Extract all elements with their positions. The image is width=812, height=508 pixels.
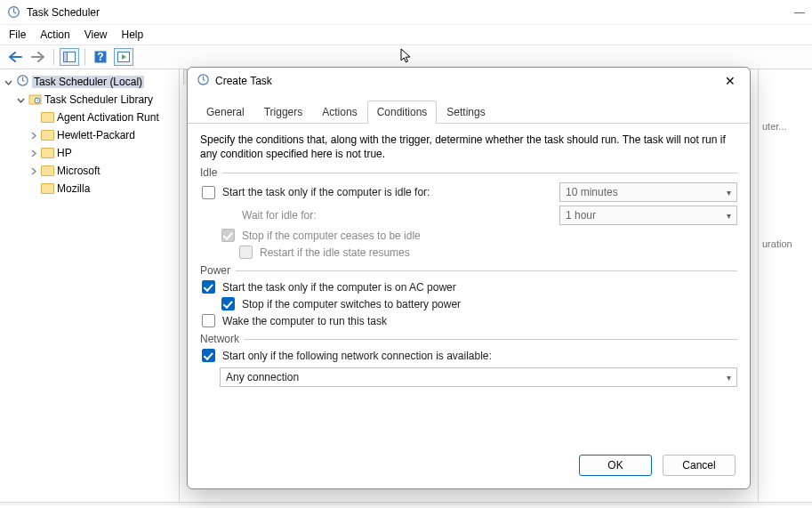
- stop-battery-checkbox[interactable]: [221, 297, 235, 310]
- toolbar: ?: [0, 45, 812, 69]
- tree-item[interactable]: Mozilla: [0, 180, 179, 198]
- collapse-icon[interactable]: [4, 77, 13, 87]
- nav-forward-button[interactable]: [28, 48, 48, 66]
- dialog-body: Specify the conditions that, along with …: [188, 124, 750, 446]
- tree-root-label: Task Scheduler (Local): [32, 76, 144, 88]
- task-scheduler-icon: [16, 74, 29, 90]
- idle-start-label: Start the task only if the computer is i…: [222, 186, 430, 198]
- close-button[interactable]: ✕: [720, 70, 741, 92]
- menubar: File Action View Help: [0, 25, 812, 45]
- collapse-icon[interactable]: [16, 95, 26, 105]
- help-button[interactable]: ?: [91, 48, 110, 66]
- expand-icon[interactable]: [28, 149, 38, 158]
- expand-icon[interactable]: [28, 131, 38, 141]
- dialog-titlebar: Create Task ✕: [188, 68, 750, 94]
- idle-start-row: Start the task only if the computer is i…: [200, 182, 737, 202]
- idle-duration-value: 10 minutes: [566, 186, 618, 198]
- actions-pane-text: uter...: [762, 121, 808, 132]
- menu-action[interactable]: Action: [40, 28, 69, 41]
- tab-actions[interactable]: Actions: [312, 101, 366, 124]
- tree-library-label: Task Scheduler Library: [44, 93, 153, 106]
- expand-icon[interactable]: [28, 166, 38, 176]
- chevron-down-icon: ▾: [727, 373, 731, 383]
- ac-power-label: Start the task only if the computer is o…: [222, 281, 456, 294]
- menu-file[interactable]: File: [9, 28, 26, 41]
- tab-general[interactable]: General: [197, 101, 254, 124]
- toolbar-separator: [84, 49, 85, 65]
- tree-item[interactable]: Hewlett-Packard: [0, 126, 179, 144]
- tree-item[interactable]: HP: [0, 144, 179, 162]
- status-bar: [0, 502, 812, 505]
- group-network: Network: [200, 333, 737, 345]
- svg-rect-2: [64, 52, 68, 62]
- tree-item[interactable]: Microsoft: [0, 162, 179, 180]
- menu-help[interactable]: Help: [122, 28, 144, 41]
- stop-if-not-idle-label: Stop if the computer ceases to be idle: [242, 230, 421, 242]
- toolbar-run-button[interactable]: [114, 48, 133, 66]
- restart-idle-checkbox: [239, 246, 253, 259]
- tree-item-label: Hewlett-Packard: [57, 129, 135, 141]
- stop-battery-row: Stop if the computer switches to battery…: [200, 297, 737, 310]
- idle-start-checkbox[interactable]: [202, 186, 215, 199]
- folder-icon: [41, 183, 54, 194]
- restart-idle-label: Restart if the idle state resumes: [260, 246, 410, 259]
- menu-view[interactable]: View: [84, 28, 108, 41]
- stop-battery-label: Stop if the computer switches to battery…: [242, 298, 461, 310]
- group-power-label: Power: [200, 264, 230, 277]
- wait-for-idle-row: Wait for idle for: 1 hour▾: [200, 206, 737, 225]
- ac-power-checkbox[interactable]: [202, 280, 215, 294]
- task-scheduler-icon: [197, 73, 210, 89]
- group-power: Power: [200, 264, 737, 277]
- cancel-button[interactable]: Cancel: [663, 455, 736, 476]
- ac-power-row: Start the task only if the computer is o…: [200, 280, 737, 294]
- tab-settings[interactable]: Settings: [437, 101, 494, 124]
- tree-item-label: HP: [57, 147, 72, 159]
- tree-pane[interactable]: Task Scheduler (Local) Task Scheduler Li…: [0, 69, 180, 502]
- network-avail-checkbox[interactable]: [202, 349, 215, 362]
- folder-icon: [41, 165, 54, 176]
- idle-duration-combo[interactable]: 10 minutes▾: [559, 182, 737, 202]
- tab-triggers[interactable]: Triggers: [254, 101, 313, 124]
- toolbar-separator: [53, 49, 54, 65]
- network-connection-combo[interactable]: Any connection▾: [220, 367, 737, 387]
- tree-item-label: Agent Activation Runt: [57, 111, 159, 124]
- folder-icon: [41, 148, 54, 158]
- tree-library[interactable]: Task Scheduler Library: [0, 91, 179, 109]
- toolbar-panel-button[interactable]: [60, 48, 79, 66]
- tree-root[interactable]: Task Scheduler (Local): [0, 73, 179, 91]
- restart-idle-row: Restart if the idle state resumes: [200, 246, 737, 259]
- network-combo-row: Any connection▾: [200, 367, 737, 387]
- minimize-button[interactable]: —: [794, 6, 805, 19]
- app-title: Task Scheduler: [27, 6, 794, 19]
- folder-icon: [41, 112, 54, 123]
- dialog-title: Create Task: [215, 75, 720, 87]
- conditions-description: Specify the conditions that, along with …: [200, 133, 737, 161]
- dialog-buttons: OK Cancel: [188, 446, 750, 488]
- task-scheduler-icon: [7, 5, 21, 20]
- stop-if-not-idle-checkbox: [221, 229, 235, 242]
- stop-if-not-idle-row: Stop if the computer ceases to be idle: [200, 229, 737, 242]
- wait-duration-value: 1 hour: [566, 209, 596, 222]
- network-connection-value: Any connection: [226, 371, 299, 383]
- ok-button[interactable]: OK: [579, 455, 652, 476]
- create-task-dialog: Create Task ✕ General Triggers Actions C…: [187, 67, 751, 489]
- tab-conditions[interactable]: Conditions: [367, 101, 438, 124]
- actions-pane: uter... uration: [759, 69, 812, 502]
- wait-duration-combo[interactable]: 1 hour▾: [559, 206, 737, 225]
- tree-item[interactable]: Agent Activation Runt: [0, 109, 179, 126]
- network-avail-row: Start only if the following network conn…: [200, 349, 737, 362]
- tree-item-label: Microsoft: [57, 165, 100, 177]
- tree-item-label: Mozilla: [57, 182, 90, 195]
- group-idle: Idle: [200, 166, 737, 179]
- dialog-tabs: General Triggers Actions Conditions Sett…: [188, 100, 750, 124]
- actions-pane-text: uration: [762, 238, 808, 249]
- nav-back-button[interactable]: [5, 48, 25, 66]
- network-avail-label: Start only if the following network conn…: [222, 350, 492, 362]
- group-idle-label: Idle: [200, 166, 217, 179]
- titlebar: Task Scheduler —: [0, 0, 812, 25]
- chevron-down-icon: ▾: [727, 188, 731, 198]
- chevron-down-icon: ▾: [727, 211, 731, 221]
- library-icon: [28, 93, 42, 108]
- wake-row: Wake the computer to run this task: [200, 314, 737, 327]
- wake-checkbox[interactable]: [202, 314, 215, 327]
